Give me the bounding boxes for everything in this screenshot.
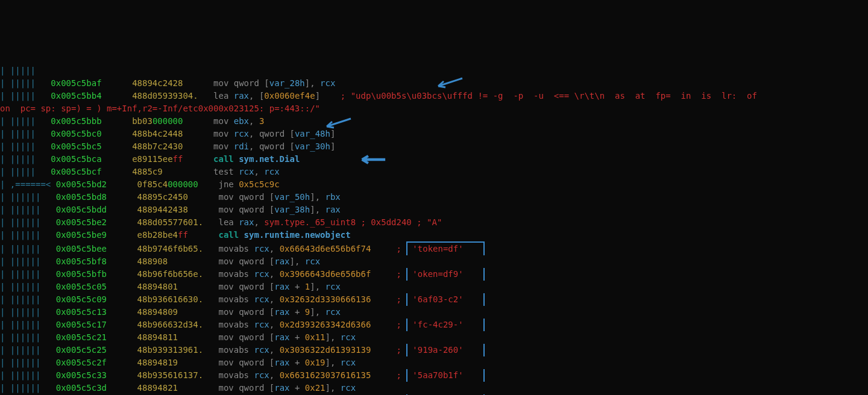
operand: ],: [310, 192, 325, 202]
reg: rcx: [254, 345, 269, 355]
asm-line: | |||||| 0x005c5bd8 48895c2450 mov qword…: [0, 191, 868, 204]
mnemonic: movabs: [218, 320, 249, 329]
operand: ],: [310, 205, 325, 214]
hex-bytes-zero: 000000: [168, 179, 198, 189]
reg: rcx: [341, 383, 356, 393]
reg: rcx: [305, 257, 320, 266]
mnemonic: mov: [218, 332, 233, 342]
reg: rax: [239, 217, 254, 227]
flow-pipes: | ||||||: [0, 307, 56, 317]
operand: qword [: [239, 257, 274, 266]
hex-bytes: 0f85c4: [137, 179, 168, 189]
mnemonic: test: [213, 167, 234, 176]
operand: +: [290, 332, 305, 342]
reg: rcx: [254, 294, 269, 304]
flow-pipes: | ||||||: [0, 257, 56, 266]
flow-pipes: | |||||: [0, 154, 51, 164]
address: 0x005c5c17: [56, 320, 137, 329]
flow-pipes: | ||||||: [0, 383, 56, 393]
asm-line: | ,======< 0x005c5bd2 0f85c4000000 jne 0…: [0, 178, 868, 191]
reg: rcx: [239, 167, 254, 176]
asm-line: | |||||| 0x005c5c13 48894809 mov qword […: [0, 306, 868, 319]
reg: rcx: [254, 244, 269, 253]
operand: ]: [330, 129, 335, 138]
asm-line: | |||||| 0x005c5c25 48b939313961. movabs…: [0, 344, 868, 356]
operand: ],: [326, 358, 341, 367]
operand: ]: [315, 91, 320, 101]
flow-pipes: | ||||||: [0, 217, 56, 227]
var: var_30h: [295, 142, 330, 151]
operand: qword [: [239, 332, 274, 342]
asm-line: | |||||| 0x005c5c09 48b936616630. movabs…: [0, 293, 868, 306]
flow-pipes: | ||||||: [0, 320, 56, 329]
asm-line: | |||||: [0, 64, 868, 77]
asm-line: | ||||| 0x005c5bbb bb03000000 mov ebx, 3: [0, 115, 868, 128]
mnemonic: mov: [218, 282, 233, 291]
hex-bytes: 48b96f6b656e.: [137, 269, 204, 279]
asm-line: on pc= sp: sp=) = ) m=+Inf,r2=-Inf/etc0x…: [0, 102, 868, 115]
num: 3: [259, 116, 264, 126]
flow-pipes: | |||||: [0, 66, 51, 75]
flow-pipes: | ||||||: [0, 205, 56, 214]
sym: sym.type._65_uint8: [264, 217, 356, 227]
reg: rax: [234, 91, 249, 101]
hex-bytes: 48894809: [137, 307, 178, 317]
hex-bytes: 48894819: [137, 358, 178, 367]
num: 0x2d393263342d6366: [280, 320, 371, 329]
address: 0x005c5bcf: [51, 167, 132, 176]
hex-bytes-ff: ff: [173, 154, 183, 164]
reg: rax: [274, 358, 289, 367]
operand: ,: [254, 167, 264, 176]
asm-line: | |||||| 0x005c5c05 48894801 mov qword […: [0, 281, 868, 293]
operand: qword [: [239, 192, 274, 202]
var: var_28h: [269, 78, 305, 88]
operand: ],: [305, 78, 320, 88]
var: var_38h: [274, 205, 310, 214]
symcall: sym.runtime.newobject: [244, 230, 351, 240]
hex-bytes: 488b4c2448: [132, 129, 183, 138]
hex-bytes: 488d05577601.: [137, 217, 204, 227]
mnemonic: mov: [218, 257, 233, 266]
operand: +: [290, 282, 305, 291]
address: 0x005c5c13: [56, 307, 137, 317]
address: 0x005c5be9: [56, 230, 137, 240]
address: 0x005c5bee: [56, 244, 137, 253]
asm-line: | ||||| 0x005c5bc0 488b4c2448 mov rcx, q…: [0, 128, 868, 140]
num: 0x66643d6e656b6f74: [280, 244, 371, 253]
flow-pipes: | ||||||: [0, 332, 56, 342]
reg: rcx: [254, 370, 269, 380]
operand: +: [290, 358, 305, 367]
hex-bytes: 48894c2428: [132, 78, 183, 88]
string-annotation: '919a-260': [406, 344, 485, 356]
asm-line: | |||||| 0x005c5c3d 48894821 mov qword […: [0, 382, 868, 394]
mnemonic: mov: [218, 383, 233, 393]
asm-line: | |||||| 0x005c5c2f 48894819 mov qword […: [0, 356, 868, 369]
mnemonic: movabs: [218, 269, 249, 279]
hex-bytes: 488908: [137, 257, 168, 266]
operand: ,: [254, 217, 264, 227]
address: 0x005c5bf8: [56, 257, 137, 266]
operand: ,: [269, 320, 280, 329]
var: var_48h: [295, 129, 330, 138]
hex-bytes: 488b7c2430: [132, 142, 183, 151]
flow-pipes: | |||||: [0, 167, 51, 176]
hex-bytes: e8b28be4: [137, 230, 178, 240]
address: 0x005c5c3d: [56, 383, 137, 393]
hex-bytes: 48b966632d34.: [137, 320, 204, 329]
asm-line: | |||||| 0x005c5bfb 48b96f6b656e. movabs…: [0, 268, 868, 281]
mnemonic: jne: [218, 179, 233, 189]
address: 0x005c5c2f: [56, 358, 137, 367]
flow-pipes: | |||||: [0, 78, 51, 88]
asm-line: | ||||| 0x005c5bc5 488b7c2430 mov rdi, q…: [0, 140, 868, 153]
mnemonic: mov: [218, 192, 233, 202]
hex-bytes: 48894811: [137, 332, 178, 342]
reg: rbx: [326, 192, 341, 202]
hex-bytes: 48894801: [137, 282, 178, 291]
mnemonic: movabs: [218, 345, 249, 355]
operand: qword [: [239, 383, 274, 393]
address: 0x005c5bd8: [56, 192, 137, 202]
reg: rcx: [264, 167, 279, 176]
wrapped-comment: on pc= sp: sp=) = ) m=+Inf,r2=-Inf/etc0x…: [0, 104, 320, 113]
address: 0x005c5c25: [56, 345, 137, 355]
num: 0x3036322d61393139: [280, 345, 371, 355]
